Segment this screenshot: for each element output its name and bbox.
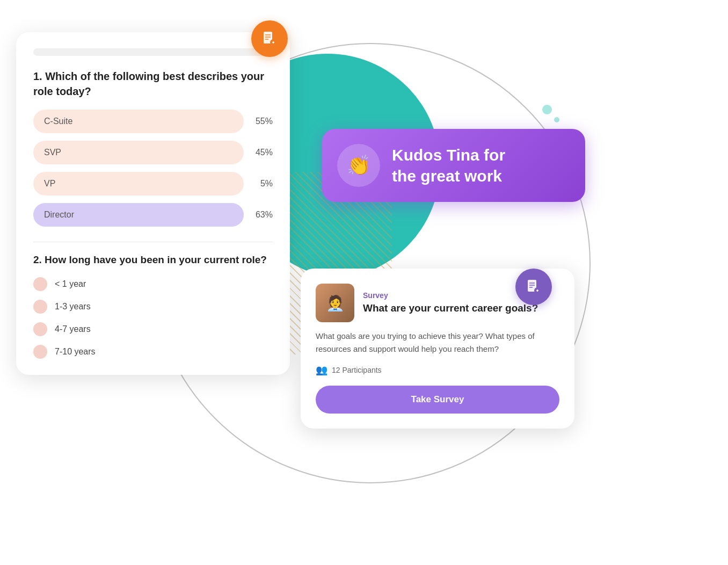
kudos-text: Kudos Tina for the great work	[392, 144, 505, 186]
poll-label-vp: VP	[44, 179, 55, 189]
poll-bar-director: Director	[33, 203, 244, 227]
kudos-icon-circle: 👏	[337, 144, 380, 187]
radio-circle-7-10yr	[33, 345, 47, 359]
kudos-line1: Kudos Tina for	[392, 144, 505, 165]
radio-options: < 1 year 1-3 years 4-7 years 7-10 years	[33, 277, 273, 359]
radio-circle-4-7yr	[33, 322, 47, 336]
survey-tag: Survey	[363, 291, 538, 300]
participants-count: 12 Participants	[332, 366, 382, 374]
doc-icon-purple	[525, 278, 543, 296]
poll-bar-csuite: C-Suite	[33, 110, 244, 133]
poll-card: 1. Which of the following best describes…	[16, 32, 290, 375]
survey-title: What are your current career goals?	[363, 302, 538, 315]
poll-bar-vp: VP	[33, 172, 244, 195]
poll-pct-svp: 45%	[251, 148, 273, 157]
poll-option-csuite: C-Suite 55%	[33, 110, 273, 133]
poll-option-vp: VP 5%	[33, 172, 273, 195]
poll-pct-csuite: 55%	[251, 117, 273, 126]
radio-option-1-3yr: 1-3 years	[33, 300, 273, 314]
radio-label-7-10yr: 7-10 years	[55, 347, 96, 357]
scene: 1. Which of the following best describes…	[0, 0, 728, 565]
survey-description: What goals are you trying to achieve thi…	[316, 330, 559, 356]
radio-circle-lt1yr	[33, 277, 47, 291]
radio-label-4-7yr: 4-7 years	[55, 324, 91, 334]
dot-teal-small	[554, 117, 559, 122]
orange-doc-icon-badge	[251, 20, 288, 57]
thumbnail-icon: 🧑‍💼	[326, 294, 345, 312]
radio-option-4-7yr: 4-7 years	[33, 322, 273, 336]
survey-header-text: Survey What are your current career goal…	[363, 284, 538, 322]
take-survey-label: Take Survey	[411, 394, 464, 405]
poll-label-csuite: C-Suite	[44, 117, 72, 126]
kudos-line2: the great work	[392, 165, 505, 186]
take-survey-button[interactable]: Take Survey	[316, 386, 559, 414]
radio-label-1-3yr: 1-3 years	[55, 302, 91, 312]
poll-pct-vp: 5%	[251, 179, 273, 189]
participants-icon: 👥	[316, 364, 327, 376]
dot-teal-large	[542, 105, 552, 114]
poll-bar-svp: SVP	[33, 141, 244, 164]
purple-doc-icon-badge	[515, 269, 552, 305]
poll-pct-director: 63%	[251, 210, 273, 220]
radio-option-lt1yr: < 1 year	[33, 277, 273, 291]
radio-option-7-10yr: 7-10 years	[33, 345, 273, 359]
poll-option-svp: SVP 45%	[33, 141, 273, 164]
divider	[33, 242, 273, 242]
poll-question-2: 2. How long have you been in your curren…	[33, 253, 273, 267]
radio-circle-1-3yr	[33, 300, 47, 314]
kudos-card: 👏 Kudos Tina for the great work	[322, 129, 585, 202]
survey-participants: 👥 12 Participants	[316, 364, 559, 376]
doc-icon-orange	[260, 30, 279, 48]
poll-card-top-bar	[33, 48, 273, 56]
survey-thumbnail: 🧑‍💼	[316, 284, 354, 322]
poll-question-1: 1. Which of the following best describes…	[33, 69, 273, 99]
poll-options: C-Suite 55% SVP 45% VP 5% Director	[33, 110, 273, 227]
radio-label-lt1yr: < 1 year	[55, 279, 86, 289]
kudos-emoji: 👏	[347, 154, 371, 177]
poll-label-director: Director	[44, 210, 74, 220]
poll-option-director: Director 63%	[33, 203, 273, 227]
poll-label-svp: SVP	[44, 148, 61, 157]
